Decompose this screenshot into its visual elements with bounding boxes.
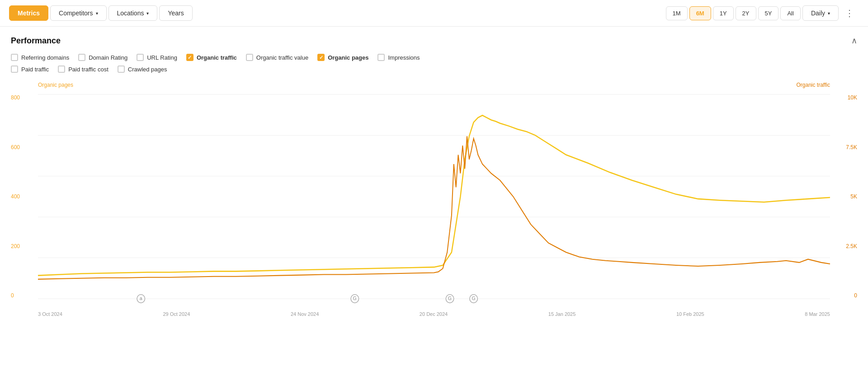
left-y-labels: 800 600 400 200 0 [11,82,38,299]
checkbox-organic-pages[interactable] [317,54,325,61]
y-right-5k: 5K [850,193,857,200]
metrics-row-1: Referring domains Domain Rating URL Rati… [11,54,857,61]
x-label-nov24: 24 Nov 2024 [291,311,319,317]
section-header: Performance ∧ [11,36,857,46]
label-organic-traffic: Organic traffic [197,54,237,61]
label-paid-traffic: Paid traffic [21,66,49,73]
x-label-feb10: 10 Feb 2025 [676,311,704,317]
label-referring-domains: Referring domains [21,54,69,61]
annotation-g2-label: G [448,296,452,301]
time-1y[interactable]: 1Y [713,6,734,20]
chart-svg: a G G G [38,94,830,299]
checkbox-impressions[interactable] [377,54,385,61]
x-axis-labels: 3 Oct 2024 29 Oct 2024 24 Nov 2024 20 De… [38,311,830,317]
metric-domain-rating[interactable]: Domain Rating [78,54,127,61]
chart-area: Organic pages Organic traffic 800 600 40… [11,82,857,317]
label-crawled-pages: Crawled pages [128,66,167,73]
main-content: Performance ∧ Referring domains Domain R… [0,27,868,326]
tab-locations[interactable]: Locations ▾ [108,5,158,21]
metric-paid-traffic[interactable]: Paid traffic [11,66,49,73]
metrics-row-2: Paid traffic Paid traffic cost Crawled p… [11,66,857,73]
time-1m[interactable]: 1M [666,6,688,20]
time-all[interactable]: All [780,6,800,20]
checkbox-organic-traffic-value[interactable] [246,54,253,61]
left-axis-title: Organic pages [38,82,73,88]
label-url-rating: URL Rating [147,54,177,61]
competitors-arrow: ▾ [96,11,98,16]
checkbox-paid-traffic[interactable] [11,66,18,73]
time-5y[interactable]: 5Y [758,6,779,20]
checkbox-referring-domains[interactable] [11,54,18,61]
organic-pages-line [38,115,830,275]
section-title: Performance [11,36,61,46]
time-6m[interactable]: 6M [689,6,711,20]
tab-competitors[interactable]: Competitors ▾ [50,5,106,21]
metric-organic-traffic-value[interactable]: Organic traffic value [246,54,308,61]
x-label-dec20: 20 Dec 2024 [420,311,448,317]
y-right-0: 0 [854,292,857,299]
y-left-600: 600 [11,144,38,150]
metric-referring-domains[interactable]: Referring domains [11,54,69,61]
checkbox-organic-traffic[interactable] [186,54,193,61]
metric-url-rating[interactable]: URL Rating [137,54,177,61]
chart-svg-container: a G G G [38,94,830,299]
right-controls: 1M 6M 1Y 2Y 5Y All Daily ▾ ⋮ [666,5,859,22]
label-paid-traffic-cost: Paid traffic cost [68,66,108,73]
y-left-200: 200 [11,243,38,249]
more-button[interactable]: ⋮ [840,5,859,22]
metric-crawled-pages[interactable]: Crawled pages [118,66,167,73]
y-right-10k: 10K [848,94,857,101]
checkbox-paid-traffic-cost[interactable] [58,66,65,73]
collapse-button[interactable]: ∧ [851,36,857,46]
checkbox-crawled-pages[interactable] [118,66,125,73]
metric-impressions[interactable]: Impressions [377,54,420,61]
checkbox-url-rating[interactable] [137,54,144,61]
label-domain-rating: Domain Rating [89,54,127,61]
y-left-400: 400 [11,193,38,200]
locations-arrow: ▾ [146,11,149,16]
tab-years[interactable]: Years [159,5,192,21]
y-left-0: 0 [11,292,38,299]
x-label-jan15: 15 Jan 2025 [548,311,576,317]
metric-organic-traffic[interactable]: Organic traffic [186,54,237,61]
metric-organic-pages[interactable]: Organic pages [317,54,368,61]
left-tabs: Metrics Competitors ▾ Locations ▾ Years [9,5,193,21]
x-label-oct3: 3 Oct 2024 [38,311,62,317]
frequency-arrow: ▾ [828,11,830,16]
annotation-g1-label: G [353,296,357,301]
y-right-7.5k: 7.5K [846,144,857,150]
y-left-800: 800 [11,94,38,101]
annotation-a-label: a [140,296,143,301]
x-label-oct29: 29 Oct 2024 [163,311,190,317]
label-organic-traffic-value: Organic traffic value [256,54,308,61]
label-impressions: Impressions [388,54,420,61]
checkbox-domain-rating[interactable] [78,54,85,61]
time-2y[interactable]: 2Y [736,6,756,20]
annotation-g3-label: G [472,296,475,301]
x-label-mar8: 8 Mar 2025 [805,311,830,317]
metric-paid-traffic-cost[interactable]: Paid traffic cost [58,66,108,73]
tab-metrics[interactable]: Metrics [9,5,48,21]
top-bar: Metrics Competitors ▾ Locations ▾ Years … [0,0,868,27]
frequency-button[interactable]: Daily ▾ [802,5,839,21]
y-right-2.5k: 2.5K [846,243,857,249]
right-y-labels: 10K 7.5K 5K 2.5K 0 [832,82,857,299]
right-axis-title: Organic traffic [797,82,830,88]
label-organic-pages: Organic pages [328,54,368,61]
